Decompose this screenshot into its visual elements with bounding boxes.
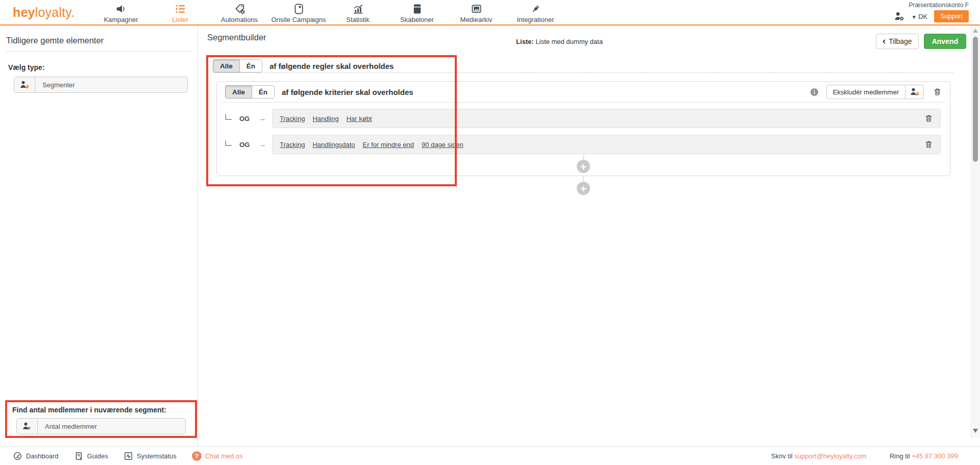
- language-selector[interactable]: ▼ DK: [912, 13, 928, 20]
- trash-icon[interactable]: [924, 140, 933, 149]
- info-icon[interactable]: [810, 87, 819, 97]
- criteria-link-value[interactable]: 90 dage siden: [422, 141, 463, 149]
- heyloyalty-logo[interactable]: heyloyalty.: [13, 5, 89, 20]
- type-selector[interactable]: Segmenter: [14, 77, 188, 93]
- operator-label: OG: [238, 115, 251, 123]
- support-email-link[interactable]: support@heyloyalty.com: [794, 452, 867, 460]
- nav-item-onsite-campaigns[interactable]: Onsite Campaigns: [269, 1, 328, 23]
- connector-line: [583, 154, 584, 160]
- count-panel-title: Find antal medlemmer i nuværende segment…: [12, 406, 191, 414]
- criteria-link-condition[interactable]: Er for mindre end: [363, 141, 414, 149]
- branch-elbow-icon: [225, 114, 232, 120]
- footer-label: Systemstatus: [137, 452, 177, 460]
- criteria-link-field[interactable]: Handlingsdato: [312, 141, 355, 149]
- footer-contact: Skriv til support@heyloyalty.com Ring ti…: [771, 452, 958, 460]
- rules-group-header: Alle Én af følgende regler skal overhold…: [213, 59, 394, 72]
- exclude-person-icon[interactable]: [905, 85, 924, 99]
- nav-item-skabeloner[interactable]: Skabeloner: [387, 1, 447, 23]
- segment-builder: Alle Én af følgende regler skal overhold…: [199, 26, 971, 446]
- criteria-group: Alle Én af følgende kriterier skal overh…: [216, 81, 950, 176]
- account-name: Præsentationskonto F: [894, 2, 969, 9]
- footer-item-chat[interactable]: ? Chat med os: [192, 451, 243, 461]
- criteria-toggle-all[interactable]: Alle: [225, 85, 252, 99]
- list-icon: [151, 3, 210, 15]
- footer-item-guides[interactable]: Guides: [74, 451, 108, 461]
- count-members-button[interactable]: # Antal medlemmer: [16, 418, 186, 434]
- sidebar: Tidligere gemte elementer Vælg type: Seg…: [0, 26, 198, 446]
- templates-icon: [387, 3, 447, 15]
- criteria-heading: af følgende kriterier skal overholdes: [282, 88, 413, 96]
- nav-item-mediearkiv[interactable]: Mediearkiv: [447, 1, 506, 23]
- criteria-row-2: OG → Tracking Handlingsdato Er for mindr…: [217, 135, 941, 154]
- criteria-box: Tracking Handlingsdato Er for mindre end…: [272, 135, 941, 154]
- criteria-toggle-one[interactable]: Én: [252, 85, 275, 99]
- main-nav: Kampagner Lister Automations Onsite Camp…: [91, 1, 565, 23]
- criteria-group-header: Alle Én af følgende kriterier skal overh…: [217, 82, 950, 102]
- locale-code: DK: [918, 13, 927, 20]
- criteria-link-field[interactable]: Handling: [312, 115, 338, 123]
- logo-rest: loyalty.: [35, 5, 75, 19]
- type-label: Vælg type:: [8, 63, 189, 71]
- criteria-row-1: OG → Tracking Handling Har købt: [217, 109, 941, 128]
- footer-item-dashboard[interactable]: Dashboard: [13, 451, 59, 461]
- rules-toggle-all[interactable]: Alle: [213, 59, 240, 72]
- nav-item-lister[interactable]: Lister: [151, 1, 210, 23]
- bar-chart-icon: [328, 3, 387, 15]
- scroll-up-arrow-icon[interactable]: [973, 29, 978, 33]
- criteria-link-condition[interactable]: Har købt: [347, 115, 372, 123]
- logo-hey: hey: [13, 5, 35, 19]
- dashed-divider: [213, 72, 953, 73]
- add-group-button[interactable]: +: [577, 176, 590, 195]
- delete-group-trash-icon[interactable]: [933, 87, 942, 96]
- system-status-icon: [124, 451, 133, 461]
- nav-label: Mediearkiv: [447, 16, 506, 23]
- rules-toggle-one[interactable]: Én: [239, 59, 262, 72]
- sidebar-title: Tidligere gemte elementer: [6, 36, 191, 45]
- footer-item-systemstatus[interactable]: Systemstatus: [124, 451, 177, 461]
- megaphone-icon: [91, 3, 151, 15]
- app-window: heyloyalty. Kampagner Lister Automations: [0, 0, 980, 465]
- user-settings-icon[interactable]: [894, 11, 905, 22]
- operator-label: OG: [238, 141, 251, 149]
- write-prefix: Skriv til: [771, 452, 793, 460]
- exclude-members-group: Ekskludér medlemmer: [826, 85, 924, 99]
- type-value: Segmenter: [35, 77, 82, 92]
- plus-icon: +: [577, 182, 590, 195]
- plug-icon: [506, 3, 565, 15]
- nav-label: Skabeloner: [387, 16, 447, 23]
- criteria-link-source[interactable]: Tracking: [280, 141, 305, 149]
- media-image-icon: [447, 3, 506, 15]
- scroll-down-arrow-icon[interactable]: [973, 429, 978, 433]
- criteria-match-toggle: Alle Én: [225, 85, 275, 99]
- call-prefix: Ring til: [890, 452, 910, 460]
- segments-person-icon: [14, 77, 35, 92]
- svg-text:#: #: [28, 426, 31, 431]
- member-count-panel: Find antal medlemmer i nuværende segment…: [5, 400, 197, 438]
- tag-gear-icon: [210, 3, 269, 15]
- support-button[interactable]: Support: [934, 10, 969, 22]
- support-phone-link[interactable]: +45 87 300 399: [912, 452, 958, 460]
- nav-item-statistik[interactable]: Statistik: [328, 1, 387, 23]
- guides-book-icon: [74, 451, 84, 461]
- nav-label: Statistik: [328, 16, 387, 23]
- exclude-members-button[interactable]: Ekskludér medlemmer: [826, 85, 905, 99]
- trash-icon[interactable]: [924, 114, 933, 123]
- onsite-campaign-icon: [269, 3, 328, 15]
- nav-item-integrationer[interactable]: Integrationer: [506, 1, 565, 23]
- nav-right: Præsentationskonto F ▼ DK Support: [894, 2, 969, 22]
- branch-elbow-icon: [225, 140, 232, 146]
- caret-down-icon: ▼: [912, 14, 917, 20]
- add-criteria-button[interactable]: +: [577, 154, 590, 173]
- nav-item-kampagner[interactable]: Kampagner: [91, 1, 151, 23]
- scrollbar-thumb[interactable]: [973, 37, 978, 162]
- count-members-label: Antal medlemmer: [38, 419, 104, 434]
- dashed-divider: [222, 102, 945, 103]
- dashboard-icon: [13, 451, 22, 461]
- criteria-box: Tracking Handling Har købt: [272, 109, 941, 128]
- nav-label: Integrationer: [506, 16, 565, 23]
- footer-label: Chat med os: [205, 452, 243, 460]
- vertical-scrollbar[interactable]: [971, 26, 980, 438]
- criteria-link-source[interactable]: Tracking: [280, 115, 305, 123]
- nav-item-automations[interactable]: Automations: [210, 1, 269, 23]
- divider: [6, 52, 191, 52]
